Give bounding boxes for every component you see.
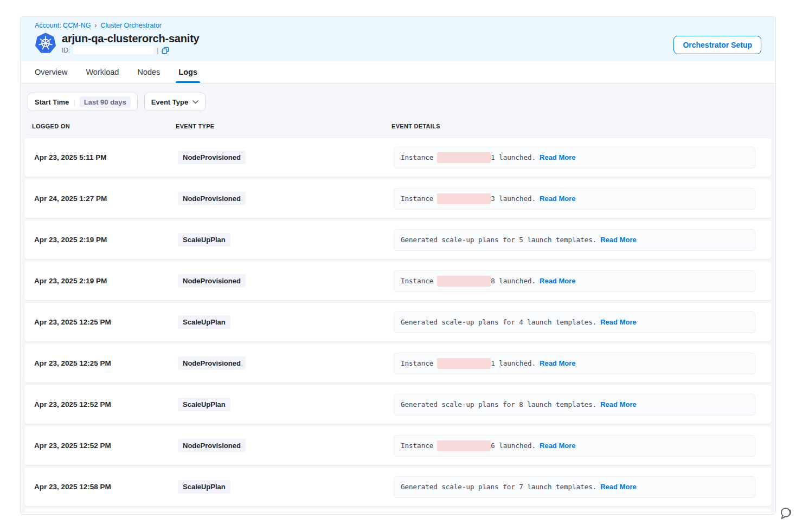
event-detail-text: Generated scale-up plans for 8 launch te… [401, 400, 596, 408]
id-separator: | [157, 47, 158, 54]
event-type-badge: ScaleUpPlan [178, 398, 230, 411]
event-detail-text-after: 6 launched. [491, 442, 536, 450]
start-time-label: Start Time [35, 98, 69, 106]
tab-nodes[interactable]: Nodes [137, 61, 160, 83]
event-type-filter[interactable]: Event Type [144, 93, 206, 111]
tab-workload[interactable]: Workload [86, 61, 119, 83]
read-more-link[interactable]: Read More [540, 153, 575, 161]
event-type-cell: ScaleUpPlan [178, 315, 394, 329]
read-more-link[interactable]: Read More [600, 236, 636, 244]
read-more-link[interactable]: Read More [540, 194, 575, 203]
table-row: Apr 23, 2025 5:11 PM NodeProvisioned Ins… [24, 138, 772, 177]
event-type-label: Event Type [151, 98, 188, 106]
logs-content: Start Time | Last 90 days Event Type LOG… [21, 83, 775, 514]
event-details-box: Generated scale-up plans for 5 launch te… [394, 229, 755, 251]
event-details-box: Instance 8 launched. Read More [394, 270, 755, 292]
event-type-badge: NodeProvisioned [178, 356, 246, 370]
redacted-instance-block [437, 440, 491, 451]
filters: Start Time | Last 90 days Event Type [28, 93, 772, 111]
read-more-link[interactable]: Read More [600, 483, 636, 491]
breadcrumb-section-link[interactable]: Cluster Orchestrator [101, 22, 162, 29]
tab-overview[interactable]: Overview [35, 61, 67, 83]
event-type-cell: NodeProvisioned [178, 151, 394, 164]
logged-on-cell: Apr 23, 2025 12:25 PM [34, 318, 178, 326]
event-type-badge: ScaleUpPlan [178, 233, 230, 246]
logged-on-cell: Apr 23, 2025 2:19 PM [34, 236, 178, 244]
start-time-filter[interactable]: Start Time | Last 90 days [28, 93, 138, 111]
read-more-link[interactable]: Read More [540, 442, 575, 450]
redacted-instance-block [437, 276, 491, 287]
id-redacted-value [73, 46, 153, 54]
read-more-link[interactable]: Read More [600, 318, 636, 326]
event-details-box: Generated scale-up plans for 4 launch te… [394, 312, 755, 333]
filter-separator: | [73, 98, 75, 106]
table-row: Apr 23, 2025 12:25 PM ScaleUpPlan Genera… [24, 303, 772, 341]
column-logged-on: LOGGED ON [32, 123, 176, 129]
column-event-type: EVENT TYPE [176, 123, 391, 129]
read-more-link[interactable]: Read More [600, 400, 636, 408]
event-detail-text: Instance [401, 442, 433, 450]
event-detail-text: Generated scale-up plans for 4 launch te… [401, 318, 596, 326]
tab-bar: Overview Workload Nodes Logs [21, 61, 775, 83]
logged-on-cell: Apr 24, 2025 1:27 PM [34, 194, 178, 203]
table-row-partial [24, 509, 772, 514]
table-row: Apr 24, 2025 1:27 PM NodeProvisioned Ins… [24, 179, 772, 218]
table-header: LOGGED ON EVENT TYPE EVENT DETAILS [24, 120, 772, 138]
copy-icon[interactable] [162, 47, 169, 54]
event-type-cell: ScaleUpPlan [178, 398, 394, 411]
logged-on-cell: Apr 23, 2025 2:19 PM [34, 277, 178, 285]
table-row: Apr 23, 2025 12:52 PM ScaleUpPlan Genera… [24, 385, 772, 424]
logged-on-cell: Apr 23, 2025 12:52 PM [34, 400, 178, 408]
event-type-cell: NodeProvisioned [178, 356, 394, 370]
table-row: Apr 23, 2025 2:19 PM NodeProvisioned Ins… [24, 262, 772, 300]
read-more-link[interactable]: Read More [540, 359, 575, 367]
chevron-down-icon [192, 100, 198, 104]
table-row: Apr 23, 2025 2:19 PM ScaleUpPlan Generat… [24, 220, 772, 259]
event-details-box: Instance 3 launched. Read More [394, 188, 755, 210]
support-chat-icon[interactable] [778, 505, 793, 522]
event-type-cell: ScaleUpPlan [178, 480, 394, 494]
breadcrumb-account-link[interactable]: Account: CCM-NG [35, 22, 91, 29]
column-event-details: EVENT DETAILS [391, 123, 755, 129]
event-type-cell: NodeProvisioned [178, 439, 394, 452]
event-type-badge: NodeProvisioned [178, 274, 246, 288]
logged-on-cell: Apr 23, 2025 12:52 PM [34, 442, 178, 450]
event-detail-text: Generated scale-up plans for 7 launch te… [401, 483, 596, 491]
event-type-badge: ScaleUpPlan [178, 315, 230, 329]
event-details-box: Instance 1 launched. Read More [394, 353, 755, 374]
breadcrumb-separator: › [95, 22, 97, 29]
event-details-box: Instance 1 launched. Read More [394, 147, 755, 168]
event-type-badge: ScaleUpPlan [178, 480, 230, 494]
event-detail-text: Instance [401, 194, 433, 203]
event-type-badge: NodeProvisioned [178, 192, 246, 205]
orchestrator-setup-button[interactable]: Orchestrator Setup [673, 36, 761, 54]
event-type-cell: NodeProvisioned [178, 274, 394, 288]
table-row: Apr 23, 2025 12:58 PM ScaleUpPlan Genera… [24, 468, 772, 506]
tab-logs[interactable]: Logs [178, 61, 197, 83]
cluster-orchestrator-panel: Account: CCM-NG › Cluster Orchestrator [20, 16, 776, 515]
event-detail-text-after: 3 launched. [491, 194, 536, 203]
table-row: Apr 23, 2025 12:52 PM NodeProvisioned In… [24, 426, 772, 465]
event-type-cell: NodeProvisioned [178, 192, 394, 205]
event-details-box: Generated scale-up plans for 7 launch te… [394, 476, 755, 498]
event-detail-text: Instance [401, 359, 433, 367]
redacted-instance-block [437, 193, 491, 204]
read-more-link[interactable]: Read More [540, 277, 575, 285]
redacted-instance-block [437, 358, 491, 369]
logged-on-cell: Apr 23, 2025 5:11 PM [34, 153, 178, 161]
event-detail-text: Generated scale-up plans for 5 launch te… [401, 236, 596, 244]
logged-on-cell: Apr 23, 2025 12:58 PM [34, 483, 178, 491]
id-label: ID: [62, 47, 70, 54]
event-type-badge: NodeProvisioned [178, 151, 246, 164]
event-type-cell: ScaleUpPlan [178, 233, 394, 246]
event-type-badge: NodeProvisioned [178, 439, 246, 452]
event-details-box: Instance 6 launched. Read More [394, 435, 755, 457]
event-detail-text: Instance [401, 277, 433, 285]
event-detail-text-after: 8 launched. [491, 277, 536, 285]
breadcrumb: Account: CCM-NG › Cluster Orchestrator [35, 22, 761, 29]
event-details-box: Generated scale-up plans for 8 launch te… [394, 394, 755, 416]
start-time-value: Last 90 days [80, 96, 131, 108]
event-detail-text-after: 1 launched. [491, 359, 536, 367]
event-detail-text-after: 1 launched. [491, 153, 536, 161]
event-detail-text: Instance [401, 153, 433, 161]
